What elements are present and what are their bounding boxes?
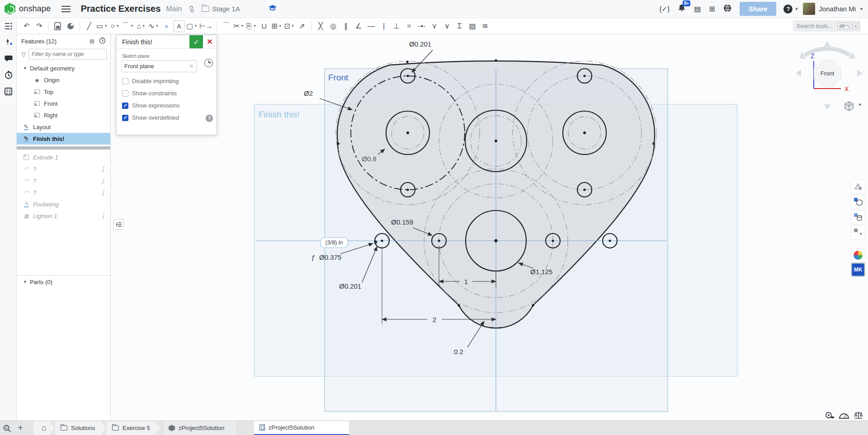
rotate-right-icon[interactable] [857, 70, 863, 77]
app-config-cube-icon[interactable] [851, 195, 865, 209]
unresolved-marker-icon[interactable]: ⋮ [100, 178, 106, 184]
constraint-horizontal-button[interactable]: — [366, 20, 377, 32]
version-name[interactable]: Stage 1A [212, 5, 240, 13]
view-cube[interactable]: Z X Front ▼ [791, 38, 868, 113]
help-button[interactable]: ? [783, 5, 793, 14]
dim-bolt-circle[interactable]: Ø2 [304, 89, 313, 97]
mass-properties-icon[interactable] [853, 411, 864, 421]
feature-filter-input[interactable] [28, 49, 107, 60]
app-mk-icon[interactable]: MK [851, 263, 865, 276]
checkbox-box[interactable] [122, 103, 128, 109]
mate-connector-panel-icon[interactable] [0, 34, 17, 51]
constraint-pierce-button[interactable]: Σ [454, 20, 465, 32]
app-cylinder-icon[interactable] [851, 210, 865, 224]
tool-pattern-button[interactable]: ⊞▼ [271, 20, 282, 32]
checklist-panel-icon[interactable] [0, 83, 17, 99]
chevron-down-icon[interactable]: ▼ [23, 66, 27, 70]
checkbox-box[interactable] [122, 78, 128, 84]
new-folder-icon[interactable]: ⊞ [90, 38, 94, 45]
tool-fillet-button[interactable]: ⌒ [221, 20, 231, 32]
rollback-bar[interactable] [17, 146, 110, 150]
rollback-popout-button[interactable] [113, 219, 124, 229]
sketch-region-label[interactable]: Finish this! [259, 110, 300, 119]
tree-item-pocketing-sketch[interactable]: ✎ Pocketing [17, 198, 110, 210]
filter-icon[interactable]: ▽ [21, 51, 26, 58]
unresolved-marker-icon[interactable]: ⋮ [100, 189, 106, 196]
tree-item-front-plane[interactable]: Front [17, 98, 110, 109]
constraint-tangent-button[interactable]: ∠ [353, 20, 364, 32]
tasks-icon[interactable]: ▤ [694, 5, 701, 13]
rotate-up-icon[interactable] [824, 41, 831, 47]
sketch-plane-field[interactable]: Front plane ✕ [121, 60, 197, 72]
constraint-equal-button[interactable]: = [404, 20, 415, 32]
dim-center-bore[interactable]: Ø1.125 [530, 268, 552, 276]
constraint-normal-button[interactable]: ⋎ [429, 20, 440, 32]
dim-small-hole[interactable]: Ø0.159 [391, 218, 413, 226]
dim-lower-hole[interactable]: Ø0.201 [339, 282, 361, 290]
view-options-caret-icon[interactable]: ▼ [858, 103, 862, 107]
checkbox-box[interactable] [122, 90, 128, 97]
dialog-help-icon[interactable]: ? [206, 115, 213, 122]
unresolved-marker-icon[interactable]: ⋮ [100, 166, 106, 173]
constraint-coincident-button[interactable]: ╳ [315, 20, 326, 32]
chevron-down-icon[interactable]: ▼ [23, 280, 27, 284]
constraint-parallel-button[interactable]: ∥ [340, 20, 351, 32]
tool-dimension-button[interactable]: ⊢→ [199, 20, 213, 32]
comments-panel-icon[interactable] [0, 51, 17, 67]
tree-item-default-geometry[interactable]: ▼ Default geometry [17, 62, 110, 74]
tab-drawing-zproject5solution[interactable]: zProject5Solution [254, 421, 349, 435]
user-avatar[interactable] [803, 3, 815, 15]
tool-transform-button[interactable]: ⇗ [297, 20, 307, 32]
feature-history-icon[interactable] [99, 37, 106, 45]
appearance-button[interactable] [65, 20, 76, 32]
add-tab-button[interactable]: + [14, 421, 27, 435]
constraint-curvature-button[interactable]: ≋ [480, 20, 491, 32]
tree-item-origin[interactable]: ◉ Origin [17, 74, 110, 86]
search-tools-box[interactable]: Search tools... alt/⌥ c [793, 20, 861, 32]
tool-trim-button[interactable]: ✂▼ [233, 20, 244, 32]
checkbox-show-expressions[interactable]: Show expressions [122, 102, 212, 109]
tool-slot-button[interactable]: ▢▼ [186, 20, 198, 32]
featurescript-icon[interactable]: {✓} [660, 5, 670, 13]
home-tab-button[interactable]: ⌂ [33, 421, 54, 435]
tab-exercise-5[interactable]: Exercise 5 [107, 421, 160, 435]
community-icon[interactable] [723, 4, 731, 14]
dialog-cancel-button[interactable]: ✕ [203, 35, 217, 48]
learning-center-icon[interactable] [268, 5, 277, 14]
undo-button[interactable]: ↶ [21, 20, 32, 32]
front-plane-label[interactable]: Front [328, 73, 349, 82]
feature-list-panel-icon[interactable] [0, 18, 17, 34]
tool-circle-button[interactable]: ○▼ [109, 20, 120, 32]
constraint-vertical-button[interactable]: | [378, 20, 389, 32]
tree-item-unknown-1[interactable]: ◠ ? ⋮ [17, 163, 110, 175]
tool-rectangle-button[interactable]: ▭▼ [96, 20, 108, 32]
user-name[interactable]: Jonathan Mi [819, 5, 856, 13]
sketch-button[interactable] [52, 20, 63, 32]
constraint-symmetric-button[interactable]: ∨ [442, 20, 453, 32]
app-tools-icon[interactable] [851, 226, 865, 239]
parts-section-header[interactable]: ▼ Parts (0) [17, 276, 110, 288]
share-button[interactable]: Share [740, 2, 777, 16]
tool-point-button[interactable]: o [161, 20, 172, 32]
tree-item-top-plane[interactable]: Top [17, 86, 110, 98]
dialog-accept-button[interactable]: ✓ [189, 35, 203, 48]
tree-item-finish-this-sketch[interactable]: ✎ Finish this! [17, 133, 110, 145]
constraint-concentric-button[interactable]: ◎ [328, 20, 339, 32]
tree-item-unknown-3[interactable]: ◠ ? ⋮ [17, 187, 110, 198]
app-color-wheel-icon[interactable] [851, 248, 865, 262]
constraint-fix-button[interactable]: ▨ [467, 20, 478, 32]
protractor-icon[interactable] [839, 411, 849, 421]
unresolved-marker-icon[interactable]: ⋮ [100, 213, 106, 220]
tree-item-layout-sketch[interactable]: ✎ Layout [17, 121, 110, 133]
dim-top-hole[interactable]: Ø0.201 [409, 40, 431, 48]
rotate-left-icon[interactable] [796, 70, 801, 77]
graphics-area[interactable]: Front Finish this! [111, 34, 868, 421]
versions-link-icon[interactable] [188, 5, 195, 13]
onshape-logo-icon[interactable] [5, 3, 15, 15]
clear-selection-icon[interactable]: ✕ [189, 63, 194, 70]
redo-button[interactable]: ↷ [34, 20, 45, 32]
notifications-bell-icon[interactable]: 9+ [678, 4, 686, 14]
tool-text-button[interactable]: A [174, 20, 184, 32]
measure-tape-icon[interactable] [824, 411, 835, 421]
rotate-down-icon[interactable] [824, 104, 831, 110]
